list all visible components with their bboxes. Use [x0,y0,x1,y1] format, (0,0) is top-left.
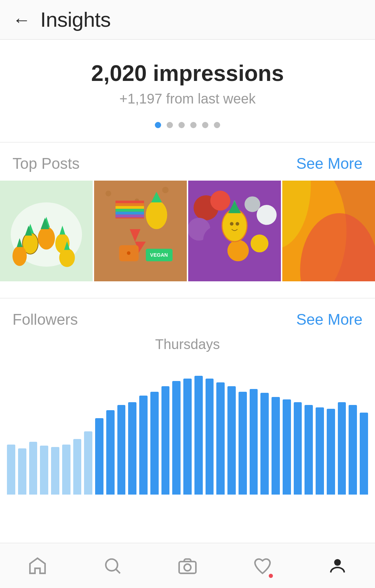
bar-10 [117,405,126,495]
bar-19 [216,382,225,495]
bar-17 [194,376,203,495]
bar-4 [51,447,59,495]
svg-point-34 [210,191,231,211]
dot-1[interactable] [155,122,161,128]
svg-point-11 [12,246,27,266]
bar-9 [106,410,115,495]
top-posts-see-more[interactable]: See More [296,155,362,172]
chart-day-label: Thursdays [0,337,375,352]
bar-26 [294,402,302,495]
notification-dot [269,574,273,578]
dot-6[interactable] [214,122,220,128]
bar-27 [305,405,313,495]
heart-icon [252,556,273,576]
svg-point-13 [59,248,75,267]
bar-29 [327,409,335,495]
bar-8 [95,418,103,495]
svg-rect-21 [116,206,144,209]
bottom-nav [0,543,375,588]
search-icon [102,556,123,576]
post-thumb-3[interactable] [188,181,281,281]
svg-point-29 [127,251,130,255]
header: ← Insights [0,0,375,40]
svg-point-54 [184,564,191,571]
bar-25 [283,399,291,495]
svg-point-37 [227,240,249,262]
followers-see-more[interactable]: See More [296,311,362,328]
bar-12 [139,396,148,495]
dot-5[interactable] [202,122,208,128]
followers-bar-chart [0,363,375,495]
bar-30 [338,402,346,495]
followers-header: Followers See More [0,298,375,337]
nav-home[interactable] [27,556,48,576]
bar-24 [272,397,280,495]
bar-20 [227,386,236,495]
bar-21 [239,392,247,495]
post-thumb-1[interactable] [0,181,93,281]
nav-camera[interactable] [177,556,198,576]
profile-icon [327,556,348,576]
post-thumb-4[interactable] [282,181,375,281]
impressions-subtitle: +1,197 from last week [119,91,256,107]
svg-rect-20 [116,203,144,206]
bar-28 [316,407,324,495]
bar-1 [18,448,26,495]
bar-16 [183,379,192,495]
post-thumb-2[interactable]: VEGAN [94,181,187,281]
svg-point-18 [162,187,168,193]
svg-point-40 [244,196,260,212]
home-icon [27,556,48,576]
followers-label: Followers [12,311,78,328]
dot-2[interactable] [167,122,173,128]
bar-6 [73,439,82,495]
bar-22 [250,389,258,495]
svg-point-45 [230,222,233,225]
camera-icon [177,556,198,576]
svg-line-52 [116,569,120,573]
svg-rect-22 [116,209,144,212]
bar-13 [150,392,159,495]
followers-section: Followers See More Thursdays [0,298,375,502]
svg-rect-24 [116,215,144,217]
svg-point-16 [106,191,111,196]
svg-point-6 [38,227,55,250]
svg-rect-23 [116,212,144,215]
svg-point-38 [251,234,268,252]
nav-heart[interactable] [252,556,273,576]
svg-point-26 [146,201,167,229]
top-posts-section: Top Posts See More [0,142,375,298]
posts-grid: VEGAN [0,181,375,281]
impressions-section: 2,020 impressions +1,197 from last week [0,40,375,142]
bar-14 [161,386,170,495]
dot-4[interactable] [190,122,197,128]
back-button[interactable]: ← [12,11,31,29]
impressions-value: 2,020 impressions [91,60,284,86]
bar-32 [360,413,368,495]
svg-point-39 [257,205,277,225]
carousel-dots [155,122,220,128]
bar-23 [260,393,269,495]
top-posts-header: Top Posts See More [0,142,375,181]
bar-15 [172,381,181,495]
bar-2 [29,442,38,495]
bar-7 [84,431,92,495]
nav-search[interactable] [102,556,123,576]
dot-3[interactable] [178,122,185,128]
svg-rect-53 [179,561,196,573]
top-posts-label: Top Posts [12,155,80,172]
bar-3 [40,446,48,495]
page-title: Insights [40,8,111,32]
svg-point-55 [334,559,341,565]
bar-18 [206,379,214,495]
bar-31 [349,405,357,495]
svg-point-46 [236,222,239,225]
nav-profile[interactable] [327,556,348,576]
svg-text:VEGAN: VEGAN [150,252,168,258]
bar-0 [7,445,15,495]
bar-5 [62,445,70,495]
svg-point-51 [106,559,118,571]
main-content: ← Insights 2,020 impressions +1,197 from… [0,0,375,547]
bar-11 [128,402,136,495]
